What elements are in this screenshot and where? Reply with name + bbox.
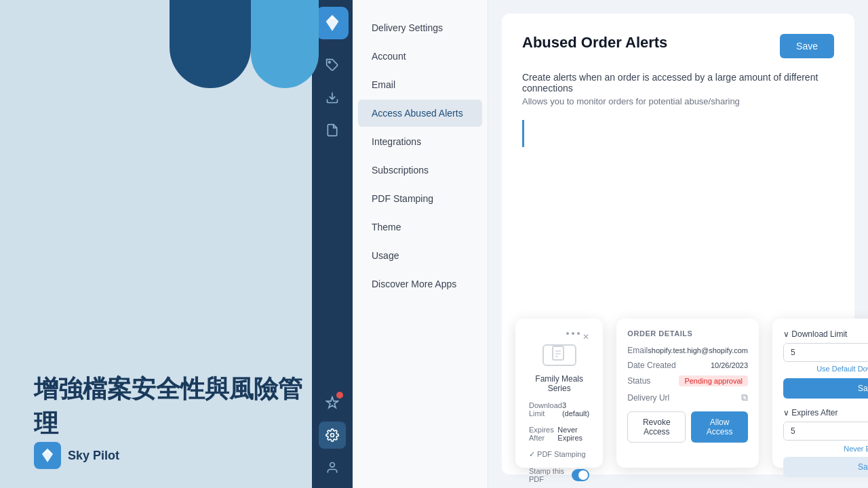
sidebar-icon-file[interactable] bbox=[319, 117, 346, 144]
dot3 bbox=[577, 332, 580, 335]
cards-overlay: ✕ Family Meals Series Download Limit bbox=[515, 319, 841, 468]
expires-after-input[interactable] bbox=[784, 422, 868, 440]
nav-sidebar: Delivery Settings Account Email Access A… bbox=[353, 0, 488, 488]
panel-description-sub: Allows you to monitor orders for potenti… bbox=[522, 96, 834, 106]
top-logo-svg bbox=[323, 14, 342, 33]
svg-rect-4 bbox=[553, 346, 564, 360]
nav-discover-more-apps[interactable]: Discover More Apps bbox=[358, 270, 482, 298]
pdf-stamping-label: PDF Stamping bbox=[537, 450, 586, 458]
order-email-value: shopify.test.high@shopify.com bbox=[648, 346, 748, 354]
download-limit-row: Download Limit 3 (default) bbox=[529, 401, 589, 418]
nav-access-abused-alerts[interactable]: Access Abused Alerts bbox=[358, 100, 482, 127]
nav-integrations[interactable]: Integrations bbox=[358, 128, 482, 155]
order-date-label: Date Created bbox=[627, 361, 675, 370]
stamp-pdf-toggle[interactable] bbox=[572, 469, 589, 481]
skypilot-logo-icon bbox=[34, 442, 61, 469]
never-expires-link[interactable]: Never Expires bbox=[783, 445, 868, 453]
copy-icon[interactable]: ⧉ bbox=[741, 392, 748, 403]
panel-description-main: Create alerts when an order is accessed … bbox=[522, 72, 834, 94]
download-limit-label: Download Limit bbox=[529, 401, 562, 418]
sidebar-icon-person[interactable] bbox=[319, 454, 346, 481]
download-limit-header: ∨ Download Limit 3 (default) bbox=[783, 329, 868, 339]
card-download-settings: ∨ Download Limit 3 (default) Downloads U… bbox=[772, 319, 868, 468]
svg-point-0 bbox=[329, 62, 331, 64]
gear-svg bbox=[326, 428, 339, 442]
main-content: Abused Order Alerts Save Create alerts w… bbox=[488, 0, 868, 488]
status-badge: Pending approval bbox=[679, 375, 748, 386]
blue-accent-bar bbox=[522, 120, 524, 147]
expires-after-section-label: ∨ Expires After bbox=[783, 408, 837, 418]
sidebar-icon-gear[interactable] bbox=[319, 422, 346, 449]
card-family-meals: ✕ Family Meals Series Download Limit bbox=[515, 319, 603, 468]
file-document-icon bbox=[542, 344, 576, 366]
sidebar-icon-sparkle[interactable] bbox=[319, 389, 346, 416]
sidebar-icon-tag[interactable] bbox=[319, 52, 346, 79]
logo-area: Sky Pilot bbox=[34, 442, 119, 469]
expires-label: Expires After bbox=[529, 426, 557, 442]
left-panel: 增強檔案安全性與風險管理 Sky Pilot bbox=[0, 0, 312, 488]
download-limit-input[interactable] bbox=[784, 344, 868, 361]
file-svg bbox=[326, 123, 339, 137]
expires-after-input-group: Days bbox=[783, 422, 868, 441]
pdf-stamping-row: ✓ PDF Stamping bbox=[529, 450, 589, 459]
expires-after-section: ∨ Expires After Never Expires Days Never… bbox=[783, 408, 868, 477]
card-family-filename: Family Meals Series bbox=[529, 374, 589, 393]
nav-email[interactable]: Email bbox=[358, 71, 482, 98]
save-button[interactable]: Save bbox=[780, 34, 834, 58]
order-date-value: 10/26/2023 bbox=[711, 361, 748, 369]
download-svg bbox=[326, 91, 339, 104]
panel-header: Abused Order Alerts Save bbox=[522, 34, 834, 58]
nav-usage[interactable]: Usage bbox=[358, 242, 482, 269]
order-date-row: Date Created 10/26/2023 bbox=[627, 361, 748, 370]
hero-text: 增強檔案安全性與風險管理 bbox=[34, 372, 312, 441]
order-email-label: Email bbox=[627, 346, 648, 355]
nav-account[interactable]: Account bbox=[358, 43, 482, 70]
svg-point-2 bbox=[331, 434, 334, 437]
sidebar-icon-download[interactable] bbox=[319, 84, 346, 111]
download-limit-section-label: ∨ Download Limit bbox=[783, 329, 847, 339]
stamp-pdf-toggle-row: Stamp this PDF bbox=[529, 467, 589, 483]
app-logo-icon[interactable] bbox=[316, 7, 349, 39]
order-delivery-label: Delivery Url bbox=[627, 393, 669, 403]
expires-value: Never Expires bbox=[557, 426, 589, 442]
nav-pdf-stamping[interactable]: PDF Stamping bbox=[358, 185, 482, 212]
use-default-download-limit-link[interactable]: Use Default Download Limit(3) bbox=[783, 365, 868, 373]
panel-title: Abused Order Alerts bbox=[522, 34, 667, 52]
card-family-header: ✕ bbox=[529, 332, 589, 342]
expires-after-header: ∨ Expires After Never Expires bbox=[783, 408, 868, 418]
order-email-row: Email shopify.test.high@shopify.com bbox=[627, 346, 748, 355]
download-limit-input-group: Downloads bbox=[783, 343, 868, 362]
allow-access-button[interactable]: Allow Access bbox=[691, 411, 748, 443]
save-download-limit-button[interactable]: Save bbox=[783, 378, 868, 399]
circle-blue bbox=[251, 0, 319, 88]
main-panel: Abused Order Alerts Save Create alerts w… bbox=[502, 14, 854, 474]
save-expires-button[interactable]: Save bbox=[783, 457, 868, 477]
nav-subscriptions[interactable]: Subscriptions bbox=[358, 157, 482, 184]
order-actions: Revoke Access Allow Access bbox=[627, 411, 748, 443]
order-details-title: ORDER DETAILS bbox=[627, 329, 748, 338]
order-delivery-row: Delivery Url ⧉ bbox=[627, 392, 748, 403]
svg-point-3 bbox=[330, 463, 335, 468]
card-order-details: ORDER DETAILS Email shopify.test.high@sh… bbox=[616, 319, 759, 468]
stamp-pdf-label: Stamp this PDF bbox=[529, 467, 572, 483]
decorative-circles bbox=[170, 0, 319, 88]
expires-after-row: Expires After Never Expires bbox=[529, 426, 589, 442]
notification-dot bbox=[336, 392, 343, 399]
logo-svg bbox=[39, 447, 56, 464]
order-status-label: Status bbox=[627, 376, 650, 386]
dot2 bbox=[572, 332, 574, 335]
app-container: Delivery Settings Account Email Access A… bbox=[312, 0, 868, 488]
logo-text: Sky Pilot bbox=[68, 449, 119, 463]
tag-svg bbox=[326, 58, 339, 72]
order-status-row: Status Pending approval bbox=[627, 375, 748, 386]
nav-theme[interactable]: Theme bbox=[358, 214, 482, 241]
download-limit-value: 3 (default) bbox=[562, 401, 589, 418]
dot1 bbox=[566, 332, 569, 335]
card-close-icon[interactable]: ✕ bbox=[583, 332, 589, 342]
person-svg bbox=[326, 461, 339, 474]
doc-svg bbox=[551, 346, 568, 365]
circle-dark bbox=[170, 0, 251, 88]
nav-delivery-settings[interactable]: Delivery Settings bbox=[358, 14, 482, 41]
download-limit-section: ∨ Download Limit 3 (default) Downloads U… bbox=[783, 329, 868, 399]
revoke-access-button[interactable]: Revoke Access bbox=[627, 411, 686, 443]
